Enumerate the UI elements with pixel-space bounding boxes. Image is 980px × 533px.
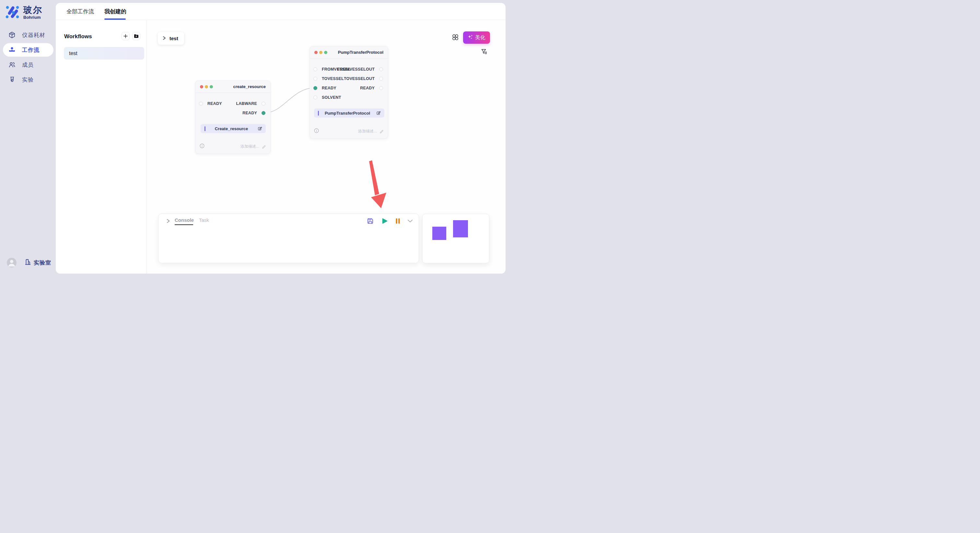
minimap-node-create — [432, 227, 446, 240]
save-icon[interactable] — [367, 217, 374, 225]
port-label: READY — [242, 111, 257, 115]
layout-grid-icon[interactable] — [452, 34, 459, 41]
sidebar-item-label: 实验 — [22, 76, 34, 84]
node-create-resource[interactable]: create_resource READY LABWARE READY — [195, 80, 270, 154]
port-row: SOLVENT — [310, 94, 388, 102]
console-tab-underline — [175, 224, 193, 225]
workflow-list-panel: Workflows test — [56, 21, 147, 274]
package-box-icon — [8, 31, 16, 39]
port-circle-connected[interactable] — [313, 86, 317, 90]
sidebar-item-label: 仪器耗材 — [22, 32, 45, 39]
port-circle[interactable] — [313, 67, 317, 71]
tab-all-workflows[interactable]: 全部工作流 — [67, 3, 94, 20]
main-panel: 全部工作流 我创建的 Workflows test — [56, 3, 506, 274]
port-in-ready[interactable]: READY — [199, 100, 222, 108]
port-in-tovessel[interactable]: TOVESSEL — [313, 75, 344, 82]
port-out-ready[interactable]: READY — [360, 84, 383, 92]
port-in-ready[interactable]: READY — [313, 84, 336, 92]
filter-funnel-icon[interactable] — [481, 49, 487, 55]
building-icon — [24, 259, 32, 267]
sidebar-item-instruments[interactable]: 仪器耗材 — [3, 28, 54, 42]
traffic-dots-icon — [314, 51, 329, 54]
info-icon[interactable] — [200, 143, 205, 150]
port-row: READY LABWARE — [196, 100, 270, 108]
user-avatar[interactable] — [7, 258, 16, 268]
port-label: READY — [322, 86, 336, 90]
info-icon[interactable] — [314, 128, 319, 134]
port-circle[interactable] — [379, 67, 383, 71]
sidebar-item-experiments[interactable]: 实验 — [3, 73, 54, 86]
port-circle[interactable] — [313, 77, 317, 81]
workflow-list-item[interactable]: test — [64, 47, 144, 60]
description-placeholder[interactable]: 添加描述... — [358, 128, 377, 134]
users-icon — [8, 61, 16, 69]
port-circle[interactable] — [313, 95, 317, 99]
workspace-switcher[interactable]: 实验室 — [24, 259, 51, 267]
chevron-right-icon — [162, 36, 166, 41]
port-label: LABWARE — [236, 102, 257, 106]
bohrium-logo-icon — [5, 5, 19, 19]
sidebar-menu: 仪器耗材 工作流 成员 — [3, 28, 54, 88]
breadcrumb-chip[interactable]: test — [158, 32, 184, 45]
port-in-solvent[interactable]: SOLVENT — [313, 94, 341, 102]
chevron-down-icon[interactable] — [407, 217, 414, 225]
port-circle[interactable] — [199, 102, 203, 106]
port-circle[interactable] — [261, 102, 266, 106]
description-placeholder[interactable]: 添加描述... — [240, 144, 259, 149]
port-label: FROMVESSELOUT — [337, 67, 375, 71]
beautify-button[interactable]: 美化 — [463, 32, 490, 44]
node-action-button[interactable]: Create_resource — [200, 124, 266, 133]
minimap[interactable] — [422, 214, 489, 263]
edge-create-to-pump — [266, 88, 315, 113]
port-row: READY READY — [310, 84, 388, 92]
tab-console[interactable]: Console — [175, 217, 194, 223]
collapse-chevron-icon[interactable] — [165, 219, 171, 224]
workflow-panel-title: Workflows — [64, 33, 92, 40]
pause-icon[interactable] — [395, 217, 401, 225]
sparkles-icon — [468, 34, 473, 41]
breadcrumb-label: test — [170, 36, 178, 41]
edit-pen-icon[interactable] — [257, 126, 262, 131]
node-action-button[interactable]: PumpTransferProtocol — [314, 108, 384, 117]
pencil-icon[interactable] — [380, 129, 384, 133]
port-circle[interactable] — [379, 86, 383, 90]
port-out-tovesselout[interactable]: TOVESSELOUT — [344, 75, 383, 82]
plus-icon — [124, 34, 128, 38]
add-workflow-button[interactable] — [121, 32, 130, 40]
run-play-icon[interactable] — [381, 217, 388, 225]
test-tube-icon — [8, 76, 16, 84]
node-pump-transfer-protocol[interactable]: PumpTransferProtocol FROMVESSEL FROMVESS… — [310, 46, 388, 139]
brand-name-cn: 玻尔 — [23, 5, 43, 15]
port-circle[interactable] — [379, 77, 383, 81]
port-out-ready[interactable]: READY — [242, 109, 266, 117]
port-circle-connected[interactable] — [261, 111, 266, 115]
minimap-node-pump — [453, 220, 468, 237]
node-action-label: PumpTransferProtocol — [319, 111, 376, 116]
tab-my-created[interactable]: 我创建的 — [104, 3, 126, 20]
node-header: PumpTransferProtocol — [310, 46, 388, 59]
workflow-canvas[interactable]: test 美化 — [147, 21, 506, 274]
port-row: FROMVESSEL FROMVESSELOUT — [310, 65, 388, 73]
pencil-icon[interactable] — [262, 144, 266, 149]
import-folder-button[interactable] — [132, 32, 140, 40]
sidebar-item-label: 成员 — [22, 61, 34, 69]
sidebar-item-members[interactable]: 成员 — [3, 58, 54, 71]
sidebar-footer: 实验室 — [7, 258, 51, 268]
tab-task[interactable]: Task — [199, 217, 209, 223]
node-footer: 添加描述... — [200, 143, 266, 150]
port-label: TOVESSEL — [322, 76, 344, 81]
active-tab-underline — [104, 19, 126, 20]
port-out-labware[interactable]: LABWARE — [236, 100, 266, 108]
node-header: create_resource — [196, 81, 270, 93]
sidebar-item-workflow[interactable]: 工作流 — [3, 43, 54, 57]
port-row: TOVESSEL TOVESSELOUT — [310, 75, 388, 82]
workspace-label: 实验室 — [34, 259, 51, 266]
edit-pen-icon[interactable] — [376, 111, 381, 116]
beautify-label: 美化 — [475, 34, 485, 41]
node-action-label: Create_resource — [205, 126, 257, 131]
port-out-fromvesselout[interactable]: FROMVESSELOUT — [337, 65, 383, 73]
folder-download-icon — [134, 34, 139, 38]
node-footer: 添加描述... — [314, 128, 384, 134]
brand-name-en: Bohrium — [23, 15, 43, 20]
node-title: PumpTransferProtocol — [329, 50, 383, 55]
